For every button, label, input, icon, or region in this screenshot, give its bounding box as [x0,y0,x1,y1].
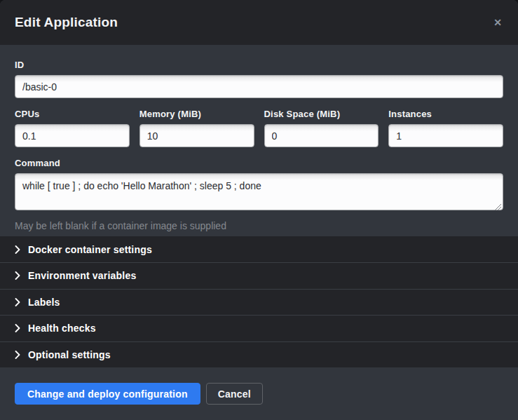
chevron-right-icon [15,351,20,359]
textarea-resize-handle[interactable] [494,203,501,210]
disk-label: Disk Space (MiB) [264,109,379,120]
close-icon[interactable]: ✕ [492,15,503,30]
section-health-checks[interactable]: Health checks [0,315,518,341]
section-label: Labels [28,297,60,308]
change-and-deploy-button[interactable]: Change and deploy configuration [15,383,200,405]
section-labels[interactable]: Labels [0,289,518,316]
chevron-right-icon [15,245,20,254]
section-environment-variables[interactable]: Environment variables [0,262,518,289]
section-label: Optional settings [28,349,111,360]
command-help-text: May be left blank if a container image i… [15,219,503,232]
modal-footer: Change and deploy configuration Cancel [0,367,518,420]
section-label: Health checks [28,323,96,334]
field-group-command: Command while [ true ] ; do echo 'Hello … [15,158,503,232]
edit-application-modal: Edit Application ✕ ID CPUs Memory (MiB) … [0,0,518,420]
cpus-label: CPUs [15,109,130,120]
section-label: Docker container settings [28,244,152,255]
resources-row: CPUs Memory (MiB) Disk Space (MiB) Insta… [15,109,503,147]
command-textarea[interactable]: while [ true ] ; do echo 'Hello Marathon… [15,173,503,210]
modal-header: Edit Application ✕ [0,0,518,45]
instances-label: Instances [388,109,503,120]
id-label: ID [15,60,503,71]
memory-label: Memory (MiB) [139,109,254,120]
field-group-instances: Instances [388,109,503,147]
memory-input[interactable] [139,124,254,147]
section-label: Environment variables [28,270,136,281]
instances-input[interactable] [388,124,503,147]
section-optional-settings[interactable]: Optional settings [0,341,518,368]
section-docker-container-settings[interactable]: Docker container settings [0,236,518,262]
accordion-sections: Docker container settings Environment va… [0,236,518,367]
chevron-right-icon [15,271,20,280]
command-label: Command [15,158,503,169]
cpus-input[interactable] [15,124,130,147]
field-group-disk: Disk Space (MiB) [264,109,379,147]
disk-input[interactable] [264,124,379,147]
modal-title: Edit Application [15,15,118,30]
field-group-memory: Memory (MiB) [139,109,254,147]
cancel-button[interactable]: Cancel [206,383,263,405]
chevron-right-icon [15,298,20,306]
field-group-cpus: CPUs [15,109,130,147]
field-group-id: ID [15,60,503,98]
chevron-right-icon [15,324,20,332]
application-form: ID CPUs Memory (MiB) Disk Space (MiB) In… [0,45,518,236]
id-input[interactable] [15,75,503,98]
